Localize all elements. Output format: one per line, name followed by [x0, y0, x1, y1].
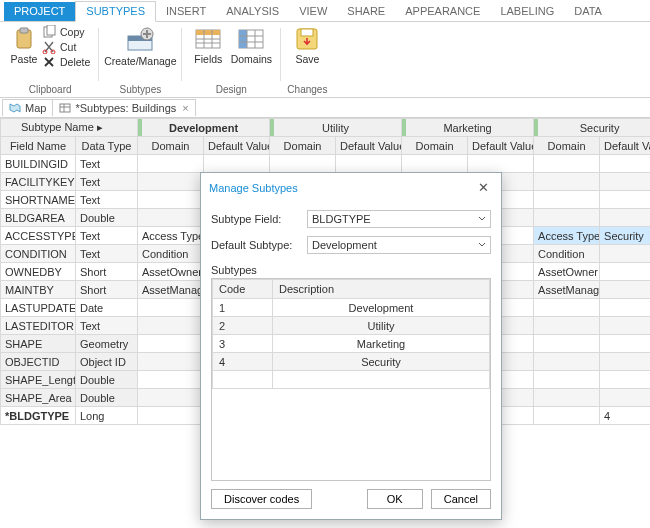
group-design: Fields Domains Design: [184, 24, 278, 97]
chevron-down-icon: [478, 215, 486, 223]
svg-rect-10: [143, 33, 151, 35]
group-subtypes: Create/Manage Subtypes: [101, 24, 179, 97]
manage-subtypes-dialog: Manage Subtypes ✕ Subtype Field: BLDGTYP…: [200, 172, 502, 520]
copy-button[interactable]: Copy: [40, 25, 92, 39]
worksheet-tab-buildings[interactable]: *Subtypes: Buildings ×: [52, 99, 195, 116]
ribbon-tabstrip: PROJECT SUBTYPES INSERT ANALYSIS VIEW SH…: [0, 0, 650, 22]
tab-view[interactable]: VIEW: [289, 2, 337, 21]
delete-button[interactable]: Delete: [40, 55, 92, 69]
svg-rect-18: [239, 30, 247, 48]
discover-codes-button[interactable]: Discover codes: [211, 489, 312, 509]
create-manage-button[interactable]: Create/Manage: [105, 24, 175, 68]
domains-button[interactable]: Domains: [228, 24, 274, 66]
subtype-row[interactable]: 1Development: [213, 299, 490, 317]
fields-icon: [194, 26, 222, 52]
group-changes: Save Changes: [283, 24, 331, 97]
tab-subtypes[interactable]: SUBTYPES: [75, 1, 156, 22]
chevron-down-icon: [478, 241, 486, 249]
tab-appearance[interactable]: APPEARANCE: [395, 2, 490, 21]
table-icon: [59, 102, 71, 114]
ok-button[interactable]: OK: [367, 489, 423, 509]
cancel-button[interactable]: Cancel: [431, 489, 491, 509]
save-button[interactable]: Save: [287, 24, 327, 66]
tab-share[interactable]: SHARE: [337, 2, 395, 21]
table-row[interactable]: BUILDINGIDText: [1, 155, 651, 173]
group-label-design: Design: [216, 83, 247, 97]
paste-icon: [14, 26, 34, 52]
default-subtype-select[interactable]: Development: [307, 236, 491, 254]
subtypes-table: Code Description 1Development2Utility3Ma…: [211, 278, 491, 481]
subtype-row[interactable]: 4Security: [213, 353, 490, 371]
col-code[interactable]: Code: [213, 280, 273, 299]
subtype-row-empty[interactable]: [213, 371, 490, 389]
col-default-3[interactable]: Default Value: [468, 137, 534, 155]
delete-icon: [42, 55, 56, 69]
header-marketing[interactable]: Marketing: [402, 119, 534, 137]
svg-rect-24: [301, 29, 313, 36]
tab-analysis[interactable]: ANALYSIS: [216, 2, 289, 21]
col-description[interactable]: Description: [273, 280, 490, 299]
subtypes-list-label: Subtypes: [211, 264, 491, 276]
tab-data[interactable]: DATA: [564, 2, 612, 21]
svg-rect-12: [196, 30, 220, 35]
worksheet-tabs: Map *Subtypes: Buildings ×: [0, 98, 650, 118]
header-utility[interactable]: Utility: [270, 119, 402, 137]
tab-labeling[interactable]: LABELING: [490, 2, 564, 21]
tab-insert[interactable]: INSERT: [156, 2, 216, 21]
close-icon[interactable]: ×: [182, 102, 188, 114]
worksheet-tab-map[interactable]: Map: [2, 99, 53, 116]
header-security[interactable]: Security: [534, 119, 650, 137]
paste-button[interactable]: Paste: [8, 24, 40, 66]
col-default-2[interactable]: Default Value: [336, 137, 402, 155]
ribbon: Paste Copy Cut Delete Clipboard: [0, 22, 650, 98]
map-icon: [9, 102, 21, 114]
header-development[interactable]: Development: [138, 119, 270, 137]
cut-icon: [42, 40, 56, 54]
col-domain-3[interactable]: Domain: [402, 137, 468, 155]
header-subtype-name[interactable]: Subtype Name ▸: [1, 119, 138, 137]
subtype-row[interactable]: 3Marketing: [213, 335, 490, 353]
svg-rect-1: [20, 28, 28, 33]
col-field-name[interactable]: Field Name: [1, 137, 76, 155]
col-default-1[interactable]: Default Value: [204, 137, 270, 155]
subtype-row[interactable]: 2Utility: [213, 317, 490, 335]
close-button[interactable]: ✕: [474, 179, 493, 196]
domains-icon: [237, 26, 265, 52]
col-data-type[interactable]: Data Type: [76, 137, 138, 155]
tab-project[interactable]: PROJECT: [4, 2, 75, 21]
subtype-field-label: Subtype Field:: [211, 213, 307, 225]
col-domain-2[interactable]: Domain: [270, 137, 336, 155]
default-subtype-label: Default Subtype:: [211, 239, 307, 251]
svg-rect-3: [47, 25, 55, 35]
group-label-subtypes: Subtypes: [120, 83, 162, 97]
create-manage-icon: [125, 26, 155, 54]
col-default-4[interactable]: Default Value: [600, 137, 650, 155]
col-domain-4[interactable]: Domain: [534, 137, 600, 155]
group-clipboard: Paste Copy Cut Delete Clipboard: [4, 24, 96, 97]
svg-rect-25: [60, 104, 70, 112]
col-domain-1[interactable]: Domain: [138, 137, 204, 155]
cut-button[interactable]: Cut: [40, 40, 92, 54]
group-label-changes: Changes: [287, 83, 327, 97]
group-label-clipboard: Clipboard: [29, 83, 72, 97]
fields-button[interactable]: Fields: [188, 24, 228, 66]
dialog-title: Manage Subtypes: [209, 182, 298, 194]
save-icon: [294, 26, 320, 52]
subtype-field-select[interactable]: BLDGTYPE: [307, 210, 491, 228]
copy-icon: [42, 25, 56, 39]
